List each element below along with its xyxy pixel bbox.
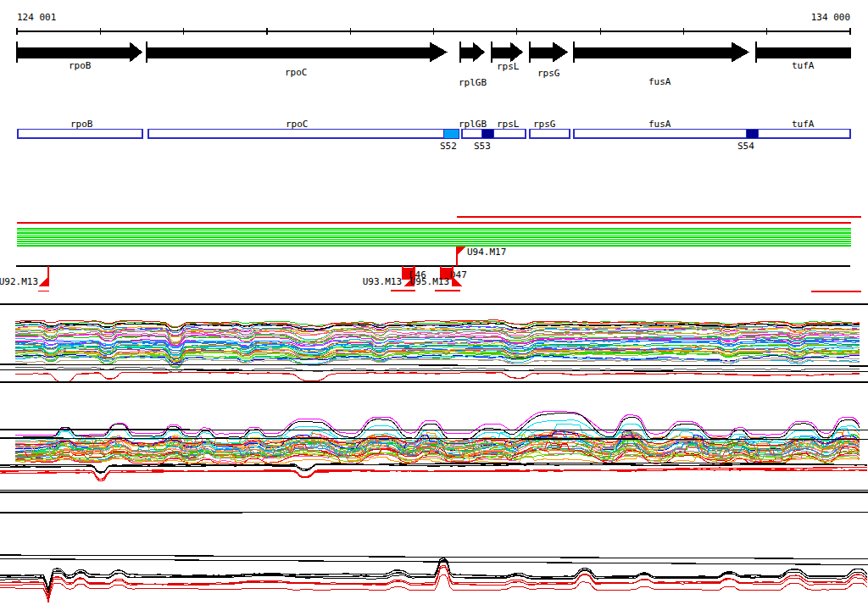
gene-box-group[interactable]: rpsG xyxy=(530,119,570,138)
gene-box[interactable] xyxy=(18,130,142,139)
gene-box-label: rpsG xyxy=(533,119,556,130)
gene-label-fusA: fusA xyxy=(648,76,671,87)
flag-label-U95.M13: U95.M13 xyxy=(410,276,449,287)
flag-label-U93.M13: U93.M13 xyxy=(363,276,402,287)
gene-box-track: rpoBrpoCS52rplGBrpsLS53rpsGfusAtufAS54 xyxy=(18,119,850,152)
genome-browser-window: 124 001134 000rpoBrpoCrplGBrpsLrpsGfusAt… xyxy=(0,0,868,605)
gene-box-group[interactable]: rplGBrpsLS53 xyxy=(459,119,526,152)
marker-flag-row: D46D47U92.M13U93.M13U95.M13U94.M17 xyxy=(0,247,861,291)
flag-marker-U92.M13[interactable]: U92.M13 xyxy=(0,266,49,291)
gene-label-rpoC: rpoC xyxy=(285,67,308,78)
gene-arrow-rplGB[interactable] xyxy=(460,42,485,63)
gene-box[interactable] xyxy=(148,130,459,139)
gene-arrow-tufA[interactable] xyxy=(756,47,851,59)
gene-box-group[interactable]: rpoB xyxy=(18,119,142,138)
gene-fusA[interactable]: fusA xyxy=(574,42,749,87)
strand-line-block xyxy=(17,217,861,246)
browser-canvas: 124 001134 000rpoBrpoCrplGBrpsLrpsGfusAt… xyxy=(0,0,868,605)
gene-label-rpoB: rpoB xyxy=(69,60,92,71)
gene-rpsL[interactable]: rpsL xyxy=(492,42,523,72)
gene-box-label: rplGB xyxy=(459,119,487,130)
t3-red-3 xyxy=(0,575,867,602)
ruler: 124 001134 000 xyxy=(17,12,850,35)
track-boundary-line xyxy=(0,430,868,430)
gene-box-label: fusA xyxy=(648,119,671,130)
flag-marker-U94.M17[interactable]: U94.M17 xyxy=(457,247,506,266)
site-marker-label: S53 xyxy=(474,141,491,152)
t3-red-2 xyxy=(0,565,867,599)
gene-arrow-fusA[interactable] xyxy=(574,42,749,63)
site-marker-S53[interactable] xyxy=(481,130,493,139)
gene-arrow-rpsL[interactable] xyxy=(492,42,523,63)
site-marker-label: S54 xyxy=(737,141,754,152)
track-boundary-line xyxy=(0,555,868,559)
gene-box-group[interactable]: fusAtufAS54 xyxy=(574,119,850,152)
gene-arrow-rpoC[interactable] xyxy=(147,42,448,63)
gene-arrow-rpsG[interactable] xyxy=(530,42,568,63)
t2-red-a xyxy=(0,468,867,480)
flag-label-U92.M13: U92.M13 xyxy=(0,276,38,287)
gene-box-label: tufA xyxy=(792,119,815,130)
gene-box[interactable] xyxy=(574,130,850,139)
gene-rpsG[interactable]: rpsG xyxy=(530,42,568,79)
coverage-tracks xyxy=(0,304,868,602)
gene-rpoC[interactable]: rpoC xyxy=(147,42,448,78)
gene-arrow-rpoB[interactable] xyxy=(17,42,142,63)
gene-label-rpsG: rpsG xyxy=(537,68,560,79)
gene-box-label: rpsL xyxy=(497,119,520,130)
flag-triangle[interactable] xyxy=(39,276,48,286)
site-marker-label: S52 xyxy=(440,141,457,152)
site-marker-S52[interactable] xyxy=(443,130,459,139)
site-marker-S54[interactable] xyxy=(746,130,758,139)
gene-arrow-track: rpoBrpoCrplGBrpsLrpsGfusAtufA xyxy=(17,42,851,88)
track-boundary-line xyxy=(0,370,868,372)
ruler-start-label: 124 001 xyxy=(17,12,56,23)
track-boundary-line xyxy=(0,559,868,565)
gene-box-label: rpoC xyxy=(286,119,309,130)
track-boundary-line xyxy=(0,513,868,513)
ruler-end-label: 134 000 xyxy=(811,12,850,23)
gene-label-tufA: tufA xyxy=(792,60,815,71)
flag-triangle[interactable] xyxy=(457,247,465,255)
gene-tufA[interactable]: tufA xyxy=(756,42,851,71)
track-boundary-line xyxy=(0,364,868,366)
t1-red-bottom xyxy=(15,372,860,383)
gene-box-group[interactable]: rpoCS52 xyxy=(148,119,459,152)
flag-label-U94.M17: U94.M17 xyxy=(467,247,506,258)
gene-box[interactable] xyxy=(530,130,570,139)
gene-rplGB[interactable]: rplGB xyxy=(459,42,487,88)
gene-box-label: rpoB xyxy=(70,119,93,130)
gene-rpoB[interactable]: rpoB xyxy=(17,42,142,71)
gene-label-rplGB: rplGB xyxy=(459,77,487,88)
gene-label-rpsL: rpsL xyxy=(497,61,520,72)
